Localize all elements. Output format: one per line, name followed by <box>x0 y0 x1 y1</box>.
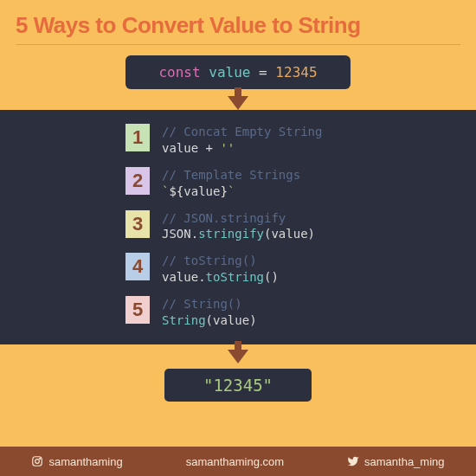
code-comment: // JSON.stringify <box>162 210 315 227</box>
method-row: 2// Template Strings`${value}` <box>0 167 476 200</box>
declaration-box: const value = 12345 <box>125 55 351 89</box>
method-code: // Template Strings`${value}` <box>162 167 300 200</box>
method-code: // JSON.stringifyJSON.stringify(value) <box>162 210 315 243</box>
twitter-icon <box>347 455 359 467</box>
instagram-handle: samanthaming <box>31 455 122 468</box>
code-comment: // toString() <box>162 253 279 269</box>
method-row: 5// String()String(value) <box>0 296 476 329</box>
code-line: String(value) <box>162 312 257 329</box>
down-arrow-icon <box>228 96 248 110</box>
svg-point-2 <box>40 458 41 459</box>
code-line: JSON.stringify(value) <box>162 226 315 242</box>
code-comment: // Template Strings <box>162 167 300 183</box>
divider <box>16 44 460 45</box>
site-link: samanthaming.com <box>186 455 284 468</box>
equals: = <box>259 64 267 80</box>
method-number: 5 <box>125 296 150 324</box>
code-comment: // Concat Empty String <box>162 124 322 140</box>
var-value: 12345 <box>275 64 317 80</box>
footer: samanthaming samanthaming.com samantha_m… <box>0 447 476 476</box>
instagram-icon <box>31 455 43 467</box>
result-box: "12345" <box>164 369 312 402</box>
method-number: 3 <box>125 210 150 238</box>
method-row: 4// toString()value.toString() <box>0 253 476 286</box>
method-code: // toString()value.toString() <box>162 253 279 286</box>
code-line: value + '' <box>162 140 322 157</box>
code-line: `${value}` <box>162 183 300 200</box>
method-code: // String()String(value) <box>162 296 257 329</box>
methods-panel: 1// Concat Empty Stringvalue + ''2// Tem… <box>0 110 476 344</box>
site-text: samanthaming.com <box>186 455 284 468</box>
code-comment: // String() <box>162 296 257 312</box>
method-number: 4 <box>125 253 150 280</box>
method-code: // Concat Empty Stringvalue + '' <box>162 124 322 157</box>
method-row: 1// Concat Empty Stringvalue + '' <box>0 124 476 157</box>
var-name: value <box>209 64 250 80</box>
twitter-handle: samantha_ming <box>347 455 445 468</box>
method-number: 1 <box>125 124 150 151</box>
page-title: 5 Ways to Convert Value to String <box>0 0 476 44</box>
instagram-text: samanthaming <box>48 455 122 468</box>
method-row: 3// JSON.stringifyJSON.stringify(value) <box>0 210 476 243</box>
svg-point-1 <box>35 460 40 464</box>
twitter-text: samantha_ming <box>364 455 445 468</box>
method-number: 2 <box>125 167 150 195</box>
down-arrow-icon <box>228 350 248 363</box>
keyword-const: const <box>158 64 200 80</box>
code-line: value.toString() <box>162 269 279 286</box>
